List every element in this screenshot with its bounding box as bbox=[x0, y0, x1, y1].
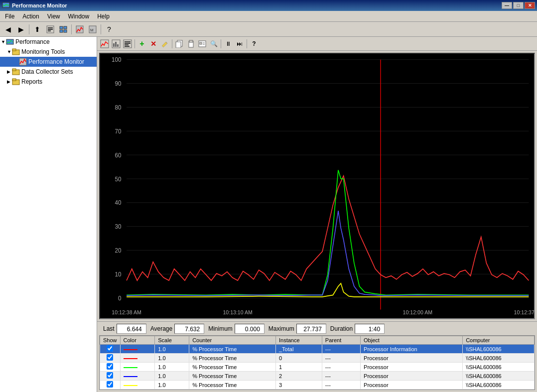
col-show: Show bbox=[100, 336, 121, 345]
object-cell: Processor bbox=[361, 372, 463, 381]
table-row[interactable]: 1.0% Processor Time1---Processor\\SHAL60… bbox=[100, 363, 535, 372]
view-histogram-btn[interactable] bbox=[111, 38, 122, 49]
tree-performance-monitor-label: Performance Monitor bbox=[28, 58, 84, 65]
counter-table-container: Show Color Scale Counter Instance Parent… bbox=[99, 335, 535, 390]
minimize-button[interactable]: — bbox=[502, 2, 512, 9]
menu-view[interactable]: View bbox=[43, 12, 64, 21]
mt-sep1 bbox=[134, 39, 135, 48]
properties-btn[interactable] bbox=[197, 38, 208, 49]
show-checkbox[interactable] bbox=[107, 354, 113, 361]
svg-rect-29 bbox=[125, 46, 130, 47]
svg-text:90: 90 bbox=[115, 80, 121, 88]
menu-file[interactable]: File bbox=[1, 12, 18, 21]
expand-datacollector[interactable]: ▶ bbox=[7, 69, 12, 74]
tree-data-collector[interactable]: ▶ Data Collector Sets bbox=[0, 67, 97, 77]
svg-text:100: 100 bbox=[112, 56, 122, 64]
parent-cell: --- bbox=[322, 363, 360, 372]
svg-rect-6 bbox=[64, 26, 67, 29]
show-checkbox[interactable] bbox=[107, 381, 113, 388]
scale-cell: 1.0 bbox=[155, 354, 189, 363]
edit-counter-btn[interactable] bbox=[159, 38, 170, 49]
computer-cell: \\SHAL600086 bbox=[463, 381, 535, 390]
tb-back[interactable]: ◀ bbox=[2, 24, 14, 35]
maximize-button[interactable]: □ bbox=[513, 2, 524, 9]
svg-rect-19 bbox=[12, 79, 16, 81]
menu-bar: File Action View Window Help bbox=[0, 11, 537, 22]
max-value: 27.737 bbox=[296, 324, 326, 334]
tree-performance-label: Performance bbox=[15, 38, 50, 45]
counter-cell: % Processor Time bbox=[189, 372, 276, 381]
tb-forward[interactable]: ▶ bbox=[15, 24, 27, 35]
computer-cell: \\SHAL600086 bbox=[463, 345, 535, 354]
pause-btn[interactable]: ⏸ bbox=[223, 38, 234, 49]
expand-performance[interactable]: ▼ bbox=[1, 39, 6, 44]
svg-text:10:12:00 AM: 10:12:00 AM bbox=[403, 309, 433, 315]
instance-cell: 2 bbox=[276, 372, 322, 381]
view-graph-btn[interactable] bbox=[99, 38, 110, 49]
step-btn[interactable]: ⏭ bbox=[234, 38, 245, 49]
main-container: ▼ Performance ▼ Monitoring Tools Perform… bbox=[0, 37, 537, 392]
stats-bar: Last 6.644 Average 7.632 Minimum 0.000 M… bbox=[97, 321, 537, 335]
col-instance: Instance bbox=[276, 336, 322, 345]
tree-reports[interactable]: ▶ Reports bbox=[0, 77, 97, 87]
main-toolbar: ◀ ▶ ⬆ M ? bbox=[0, 22, 537, 37]
col-color: Color bbox=[120, 336, 155, 345]
tree-performance[interactable]: ▼ Performance bbox=[0, 37, 97, 47]
parent-cell: --- bbox=[322, 354, 360, 363]
color-indicator bbox=[124, 349, 137, 350]
search-btn[interactable]: 🔍 bbox=[208, 38, 219, 49]
menu-help[interactable]: Help bbox=[93, 12, 114, 21]
help-btn[interactable]: ? bbox=[249, 38, 260, 49]
show-checkbox[interactable] bbox=[107, 372, 113, 379]
mt-sep4 bbox=[247, 39, 247, 48]
dur-value: 1:40 bbox=[355, 324, 385, 334]
scale-cell: 1.0 bbox=[155, 363, 189, 372]
tb-mmc[interactable]: M bbox=[87, 24, 99, 35]
min-value: 0.000 bbox=[235, 324, 265, 334]
tb-up[interactable]: ⬆ bbox=[31, 24, 43, 35]
copy-btn[interactable] bbox=[174, 38, 185, 49]
paste-btn[interactable] bbox=[185, 38, 196, 49]
show-checkbox[interactable] bbox=[107, 345, 113, 352]
right-panel: + ✕ 🔍 ⏸ ⏭ ? bbox=[97, 37, 537, 392]
table-row[interactable]: 1.0% Processor Time0---Processor\\SHAL60… bbox=[100, 354, 535, 363]
avg-value: 7.632 bbox=[174, 324, 204, 334]
view-report-btn[interactable] bbox=[122, 38, 133, 49]
table-row[interactable]: 1.0% Processor Time2---Processor\\SHAL60… bbox=[100, 372, 535, 381]
svg-rect-15 bbox=[19, 58, 26, 65]
menu-window[interactable]: Window bbox=[64, 12, 94, 21]
object-cell: Processor Information bbox=[361, 345, 463, 354]
counter-cell: % Processor Time bbox=[189, 354, 276, 363]
table-row[interactable]: 1.0% Processor Time_Total---Processor In… bbox=[100, 345, 535, 354]
tb-help[interactable]: ? bbox=[103, 24, 115, 35]
last-value: 6.644 bbox=[117, 324, 146, 334]
tb-icon[interactable] bbox=[57, 24, 69, 35]
sep3 bbox=[101, 24, 101, 34]
tree-monitoring-label: Monitoring Tools bbox=[21, 48, 65, 55]
close-button[interactable]: ✕ bbox=[525, 2, 535, 9]
svg-rect-8 bbox=[64, 30, 67, 32]
title-bar-buttons: — □ ✕ bbox=[502, 2, 535, 9]
scale-cell: 1.0 bbox=[155, 372, 189, 381]
menu-action[interactable]: Action bbox=[18, 12, 43, 21]
svg-text:10:12:38 AM: 10:12:38 AM bbox=[112, 309, 141, 315]
sep2 bbox=[71, 24, 72, 34]
sep1 bbox=[29, 24, 29, 34]
tree-performance-monitor[interactable]: Performance Monitor bbox=[0, 57, 97, 67]
tb-show[interactable] bbox=[44, 24, 56, 35]
tb-perfmon[interactable] bbox=[74, 24, 86, 35]
show-checkbox[interactable] bbox=[107, 363, 113, 370]
svg-rect-32 bbox=[176, 42, 181, 48]
computer-cell: \\SHAL600086 bbox=[463, 354, 535, 363]
table-row[interactable]: 1.0% Processor Time3---Processor\\SHAL60… bbox=[100, 381, 535, 390]
svg-rect-14 bbox=[12, 49, 16, 51]
tree-monitoring-tools[interactable]: ▼ Monitoring Tools bbox=[0, 47, 97, 57]
add-counter-btn[interactable]: + bbox=[136, 38, 147, 49]
object-cell: Processor bbox=[361, 381, 463, 390]
counter-table: Show Color Scale Counter Instance Parent… bbox=[100, 336, 535, 390]
dur-label: Duration bbox=[326, 325, 355, 332]
expand-reports[interactable]: ▶ bbox=[7, 79, 12, 84]
delete-counter-btn[interactable]: ✕ bbox=[148, 38, 159, 49]
title-bar: Performance Monitor — □ ✕ bbox=[0, 0, 537, 11]
expand-monitoring[interactable]: ▼ bbox=[7, 49, 12, 54]
